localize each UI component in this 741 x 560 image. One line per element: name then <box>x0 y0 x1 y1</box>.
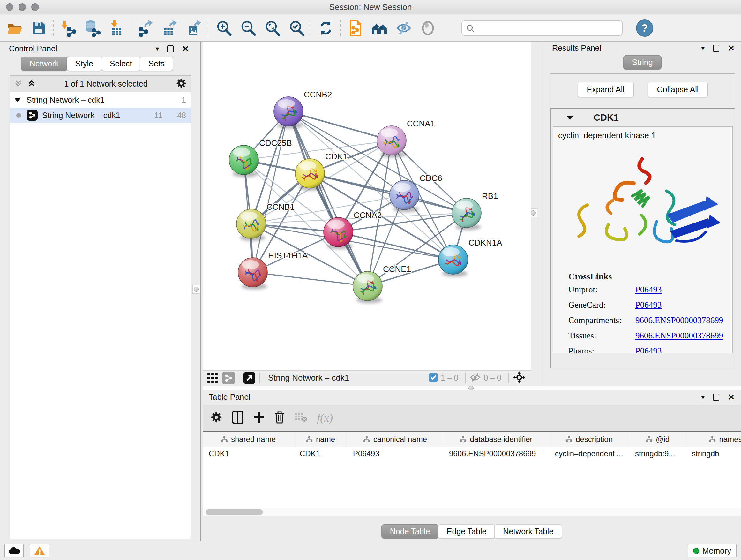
network-node-cdc6[interactable]: CDC6 <box>390 173 442 212</box>
network-row[interactable]: String Network – cdk1 11 48 <box>10 108 191 123</box>
memory-button[interactable]: Memory <box>688 544 737 557</box>
network-canvas[interactable]: CCNB2CCNA1CDC25BCDK1CDC6RB1CCNB1CCNA2CDK… <box>203 42 531 370</box>
help-button[interactable]: ? <box>636 19 653 37</box>
zoom-window-button[interactable] <box>31 3 39 11</box>
table-panel-close-icon[interactable]: ✕ <box>728 393 735 401</box>
string-network-graph[interactable]: CCNB2CCNA1CDC25BCDK1CDC6RB1CCNB1CCNA2CDK… <box>203 42 531 370</box>
zoom-in-button[interactable] <box>214 19 233 37</box>
network-edge[interactable] <box>253 272 367 286</box>
crosslink-tissues-link[interactable]: 9606.ENSP00000378699 <box>635 331 723 341</box>
preview-button[interactable] <box>419 19 437 37</box>
left-splitter[interactable] <box>200 42 201 541</box>
tab-sets[interactable]: Sets <box>140 57 173 71</box>
results-panel-float-icon[interactable] <box>713 45 719 52</box>
table-cell[interactable]: 9606.ENSP00000378699 <box>443 449 549 458</box>
network-node-cdkn1a[interactable]: CDKN1A <box>439 238 502 277</box>
export-table-button[interactable] <box>161 19 179 37</box>
tab-node-table[interactable]: Node Table <box>381 524 439 539</box>
column-header-name[interactable]: name <box>294 432 347 447</box>
search-input[interactable] <box>461 20 623 36</box>
save-session-button[interactable] <box>29 19 48 37</box>
crosslink-uniprot-link[interactable]: P06493 <box>635 285 662 295</box>
delete-column-icon[interactable] <box>274 411 285 425</box>
warnings-button[interactable] <box>30 544 49 557</box>
control-panel-menu-icon[interactable]: ▾ <box>155 45 159 52</box>
column-header-canonical-name[interactable]: canonical name <box>347 432 443 447</box>
column-header-namespace[interactable]: namespace <box>686 432 741 447</box>
cloud-status-button[interactable] <box>4 544 23 557</box>
minimize-window-button[interactable] <box>18 3 26 11</box>
column-header--id[interactable]: @id <box>629 432 686 447</box>
control-panel-float-icon[interactable] <box>167 45 174 52</box>
zoom-selected-button[interactable] <box>287 19 306 37</box>
detach-view-button[interactable] <box>243 372 256 384</box>
tab-network-table[interactable]: Network Table <box>494 524 562 539</box>
horizontal-splitter-grip[interactable] <box>468 386 474 391</box>
table-cell[interactable]: P06493 <box>347 449 443 458</box>
tab-edge-table[interactable]: Edge Table <box>438 524 495 539</box>
network-node-rb1[interactable]: RB1 <box>452 191 498 230</box>
node-details-header[interactable]: CDK1 <box>551 109 735 126</box>
table-cell[interactable]: stringdb:9... <box>629 449 686 458</box>
table-cell[interactable]: CDK1 <box>294 449 347 458</box>
zoom-out-button[interactable] <box>239 19 257 37</box>
grid-view-button[interactable] <box>206 372 219 384</box>
tab-network[interactable]: Network <box>21 57 68 71</box>
table-panel-float-icon[interactable] <box>713 394 719 401</box>
network-node-ccnb2[interactable]: CCNB2 <box>274 90 332 129</box>
column-header-description[interactable]: description <box>549 432 629 447</box>
network-edge[interactable] <box>288 111 392 140</box>
collection-expand-icon[interactable] <box>14 98 21 102</box>
tab-style[interactable]: Style <box>67 57 102 71</box>
export-image-button[interactable] <box>185 19 204 37</box>
table-panel-menu-icon[interactable]: ▾ <box>701 394 704 401</box>
table-settings-gear-icon[interactable] <box>210 411 222 425</box>
network-node-ccnb1[interactable]: CCNB1 <box>237 202 294 241</box>
network-options-gear-icon[interactable] <box>176 78 187 90</box>
open-session-button[interactable] <box>5 19 23 37</box>
add-column-icon[interactable] <box>253 411 265 425</box>
import-network-button[interactable] <box>59 19 77 37</box>
selected-checkbox[interactable] <box>428 373 438 383</box>
import-table-button[interactable] <box>107 19 126 37</box>
collapse-all-button[interactable]: Collapse All <box>648 82 708 98</box>
table-row[interactable]: CDK1CDK1P064939606.ENSP00000378699cyclin… <box>203 447 741 460</box>
table-cell[interactable]: cyclin–dependent ... <box>549 449 629 458</box>
expand-all-networks-icon[interactable] <box>27 79 36 89</box>
crosslink-genecard-link[interactable]: P06493 <box>635 300 662 310</box>
show-columns-icon[interactable] <box>232 411 244 425</box>
table-cell[interactable]: stringdb <box>686 449 741 458</box>
scrollbar-thumb[interactable] <box>205 509 263 515</box>
expand-all-button[interactable]: Expand All <box>578 82 634 98</box>
network-node-ccna1[interactable]: CCNA1 <box>377 119 435 158</box>
crosslink-pharos-link[interactable]: P06493 <box>635 346 662 353</box>
refresh-button[interactable] <box>317 19 335 37</box>
birdseye-navigate-icon[interactable] <box>513 371 526 385</box>
close-window-button[interactable] <box>6 3 13 11</box>
column-header-shared-name[interactable]: shared name <box>203 432 294 447</box>
left-splitter-grip[interactable] <box>192 285 200 294</box>
network-edge[interactable] <box>253 111 288 272</box>
zoom-fit-button[interactable] <box>263 19 281 37</box>
hide-unhide-button[interactable] <box>394 19 413 37</box>
string-import-button[interactable] <box>346 19 364 37</box>
network-node-ccne1[interactable]: CCNE1 <box>353 264 411 303</box>
string-view-button[interactable] <box>222 372 235 384</box>
tab-select[interactable]: Select <box>101 57 140 71</box>
column-header-database-identifier[interactable]: database identifier <box>443 432 549 447</box>
results-panel-close-icon[interactable]: ✕ <box>728 44 735 52</box>
table-cell[interactable]: CDK1 <box>203 449 294 458</box>
home-networks-button[interactable] <box>370 19 389 37</box>
collapse-all-networks-icon[interactable] <box>14 79 23 89</box>
control-panel-close-icon[interactable]: ✕ <box>182 45 189 53</box>
hidden-eye-icon[interactable] <box>469 373 481 383</box>
results-panel-menu-icon[interactable]: ▾ <box>701 45 704 52</box>
tab-string-results[interactable]: String <box>623 55 661 70</box>
network-edge[interactable] <box>310 173 467 213</box>
network-node-hist1h1a[interactable]: HIST1H1A <box>238 251 308 290</box>
export-network-button[interactable] <box>137 19 155 37</box>
right-splitter[interactable] <box>542 42 543 386</box>
crosslink-compartments-link[interactable]: 9606.ENSP00000378699 <box>635 315 723 325</box>
horizontal-splitter[interactable] <box>203 386 741 390</box>
network-collection-row[interactable]: String Network – cdk1 1 <box>10 92 191 108</box>
